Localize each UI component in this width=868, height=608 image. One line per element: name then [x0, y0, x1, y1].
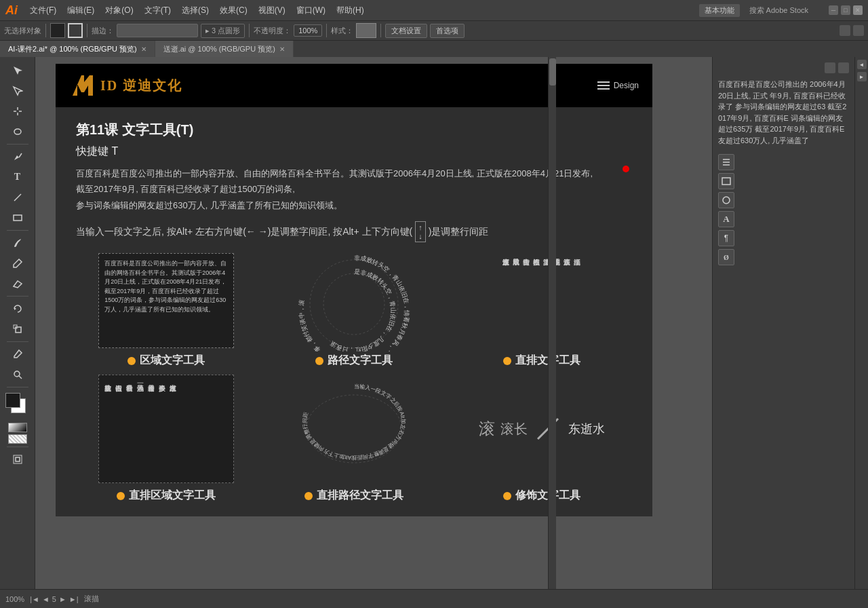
menu-window[interactable]: 窗口(W)	[291, 5, 331, 16]
menu-object[interactable]: 对象(O)	[100, 5, 138, 16]
rp-char-icon[interactable]: Ø	[718, 249, 734, 265]
rp-justify-icon[interactable]	[718, 173, 734, 189]
va-col-6: 多少事浪长	[157, 379, 166, 478]
brand-icon-svg	[69, 72, 96, 99]
vertical-scrollbar[interactable]	[548, 57, 556, 589]
vertical-text-canvas: 滚滚长江东逝水 旧是非成败 转头空青山 依旧在渔樵 江渚上尝英 浪花淘尽滚 滴长…	[474, 253, 610, 348]
menu-text[interactable]: 文字(T)	[139, 5, 176, 16]
menu-effect[interactable]: 效果(C)	[214, 5, 253, 16]
va-col-4: 风一壶浊酒	[136, 379, 144, 478]
vertical-path-label: 直排路径文字工具	[304, 489, 403, 503]
opacity-label: 不透明度：	[254, 26, 291, 36]
vertical-text-dot	[503, 357, 511, 365]
toolbar-right	[840, 25, 864, 36]
scale-tool[interactable]	[8, 320, 27, 339]
svg-line-12	[19, 376, 22, 379]
eraser-tool[interactable]	[8, 274, 27, 293]
gradient-swatch[interactable]	[8, 423, 27, 432]
close-button[interactable]: ✕	[853, 5, 863, 15]
stroke-label: 描边：	[92, 26, 114, 36]
paintbrush-tool[interactable]	[8, 233, 27, 252]
deco-char-2: 滚长	[500, 420, 528, 438]
maximize-button[interactable]: □	[841, 5, 850, 15]
tool-divider-2	[7, 230, 28, 231]
tab-1[interactable]: 送逝.ai @ 100% (RGB/GPU 预览) ✕	[155, 41, 294, 57]
tool-divider-6	[7, 446, 28, 447]
right-panel: 百度百科是百度公司推出的 2006年4月20日上线, 正式 年9月, 百度百科已…	[712, 57, 854, 589]
opacity-value[interactable]: 100%	[294, 24, 322, 37]
pen-tool[interactable]	[8, 147, 27, 166]
stroke-swatch[interactable]	[68, 23, 83, 38]
vertical-path-canvas: 当输入一段文字之后按Alt加左右方向键是调整字间距按Alt加上下方向键是调整行间…	[286, 375, 422, 483]
vertical-text-label: 直排文字工具	[503, 354, 580, 368]
zoom-level: 100%	[5, 595, 24, 603]
va-col-7: 江东逝水白发	[168, 379, 177, 478]
vertical-area-label: 直排区域文字工具	[117, 489, 216, 503]
pattern-swatch[interactable]	[8, 434, 27, 444]
magic-wand-tool[interactable]	[8, 102, 27, 121]
search-stock[interactable]: 搜索 Adobe Stock	[745, 4, 812, 17]
panel-expand-icon[interactable]	[838, 62, 849, 73]
menu-help[interactable]: 帮助(H)	[331, 5, 370, 16]
minimize-button[interactable]: ─	[829, 5, 838, 15]
artboard-tool[interactable]	[8, 450, 27, 469]
tools-panel: T	[0, 57, 35, 589]
collapse-left-icon[interactable]: ◄	[857, 60, 867, 69]
style-swatch[interactable]	[356, 23, 376, 38]
vertical-area-demo: 非成败转头空 青山依旧在 情看秋月春 风一壶浊酒 是喜相逢古今 多少事浪长 江东…	[76, 375, 257, 503]
brand-area: ID 逆迪文化	[69, 72, 182, 99]
menu-edit[interactable]: 编辑(E)	[62, 5, 100, 16]
menu-view[interactable]: 视图(V)	[253, 5, 291, 16]
design-menu-area: Design	[597, 81, 639, 90]
window-controls: ─ □ ✕	[829, 5, 863, 15]
rectangle-tool[interactable]	[8, 208, 27, 227]
fill-swatch[interactable]	[50, 23, 65, 38]
selection-tool[interactable]	[8, 61, 27, 80]
path-text-dot	[315, 357, 323, 365]
zoom-tool[interactable]	[8, 365, 27, 384]
tab-1-close[interactable]: ✕	[279, 45, 285, 53]
hamburger-icon[interactable]	[597, 81, 610, 90]
foreground-color[interactable]	[5, 393, 20, 408]
type-tool[interactable]: T	[8, 168, 27, 187]
rp-align-icon[interactable]	[718, 154, 734, 170]
area-text-box: 百度百科是百度公司推出的一部内容开放、自由的网络百科全书平台。其测试版于2006…	[98, 253, 234, 348]
menu-select[interactable]: 选择(S)	[176, 5, 214, 16]
direct-selection-tool[interactable]	[8, 81, 27, 100]
expand-right-icon[interactable]: ►	[857, 72, 867, 81]
pencil-tool[interactable]	[8, 254, 27, 273]
stroke-field[interactable]	[117, 24, 198, 37]
divider-4	[326, 24, 327, 37]
nav-last[interactable]: ►|	[69, 595, 79, 603]
menu-right-group: 基本功能 搜索 Adobe Stock ─ □ ✕	[699, 4, 863, 17]
svg-line-5	[19, 153, 22, 157]
path-text-title: 路径文字工具	[328, 354, 393, 368]
preferences-button[interactable]: 首选项	[430, 24, 465, 38]
eyedropper-tool[interactable]	[8, 345, 27, 364]
status-bar: 100% |◄ ◄ 5 ► ►| 滚描	[0, 589, 868, 608]
color-boxes[interactable]	[5, 393, 30, 417]
svg-line-6	[14, 194, 21, 201]
rp-circle-icon[interactable]	[718, 192, 734, 208]
workspace-dropdown[interactable]: 基本功能	[699, 4, 740, 17]
deco-char-1: 滚	[479, 418, 494, 440]
menu-file[interactable]: 文件(F)	[24, 5, 62, 16]
tab-0[interactable]: AI-课件2.ai* @ 100% (RGB/GPU 预览) ✕	[0, 41, 155, 57]
nav-prev[interactable]: ◄	[42, 595, 50, 603]
nav-first[interactable]: |◄	[30, 595, 39, 603]
rp-paragraph-icon[interactable]: ¶	[718, 230, 734, 246]
rotate-tool[interactable]	[8, 299, 27, 318]
panels-icon[interactable]	[853, 25, 864, 36]
nav-next[interactable]: ►	[59, 595, 66, 603]
doc-settings-button[interactable]: 文档设置	[385, 24, 427, 38]
lasso-tool[interactable]	[8, 122, 27, 141]
area-text-label: 区域文字工具	[127, 354, 205, 368]
tab-0-label: AI-课件2.ai* @ 100% (RGB/GPU 预览)	[8, 44, 137, 54]
panel-collapse-icon[interactable]	[825, 62, 835, 73]
tab-0-close[interactable]: ✕	[141, 45, 146, 53]
points-dropdown[interactable]: ▸ 3 点圆形	[201, 24, 245, 38]
arrange-icon[interactable]	[840, 25, 850, 36]
line-tool[interactable]	[8, 188, 27, 207]
scrollbar-thumb[interactable]	[549, 58, 556, 86]
rp-type-icon[interactable]: A	[718, 211, 734, 227]
